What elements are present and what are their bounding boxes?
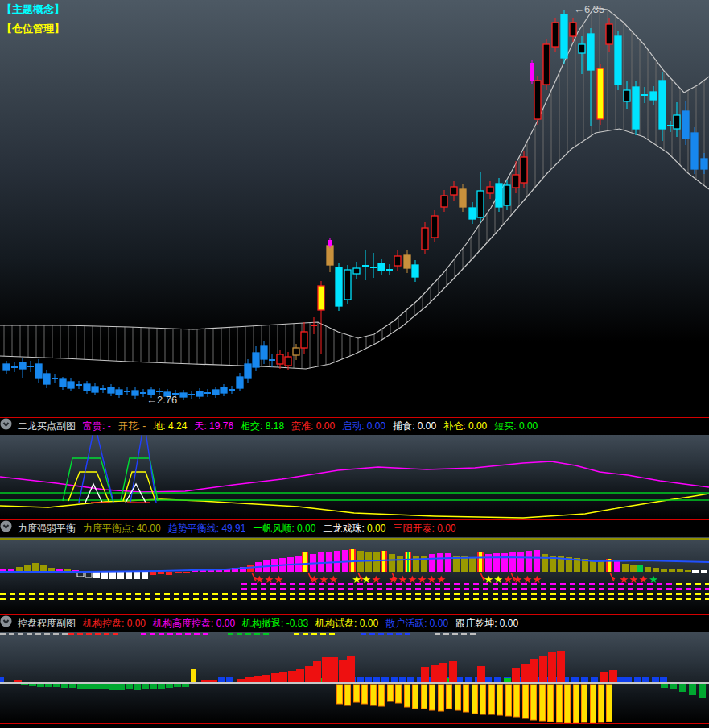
strength-bars-plot[interactable]: ★★★★★★★★★★★★★★★★★★★★★★★★★ (0, 537, 709, 614)
candlestick-plot[interactable]: ←6.35←2.76 (0, 0, 709, 417)
band-hatch (4, 9, 704, 369)
band-upper-line (0, 8, 709, 338)
indicator-field: 相交: 8.18 (241, 420, 284, 432)
indicator-field: 机构试盘: 0.00 (315, 618, 378, 629)
indicator-field: 机构控盘: 0.00 (83, 618, 146, 629)
indicator-values-row: 富贵: -开花: -地: 4.24天: 19.76相交: 8.18蛮准: 0.0… (83, 420, 545, 433)
indicator-field: 天: 19.76 (194, 420, 233, 432)
indicator-field: 机构撤退: -0.83 (242, 618, 308, 629)
indicator-field: 富贵: - (83, 420, 111, 432)
indicator-values-row: 机构控盘: 0.00机构高度控盘: 0.00机构撤退: -0.83机构试盘: 0… (83, 617, 526, 631)
control-degree-panel[interactable]: $ (0, 632, 709, 723)
collapse-chevron-icon[interactable] (2, 420, 14, 432)
bottom-border (0, 723, 709, 728)
indicator-field: 力度平衡点: 40.00 (83, 523, 161, 534)
panel-title: 控盘程度副图 (18, 617, 76, 631)
panel-divider-strength-balance[interactable]: 力度强弱平衡 力度平衡点: 40.00趋势平衡线: 49.91一帆风顺: 0.0… (0, 519, 709, 537)
indicator-values-row: 力度平衡点: 40.00趋势平衡线: 49.91一帆风顺: 0.00二龙戏珠: … (83, 522, 464, 536)
price-label: ←2.76 (146, 394, 177, 406)
yellow-signal-bar (191, 669, 196, 682)
indicator-field: 散户活跃: 0.00 (385, 618, 448, 629)
stock-app-window: 【主题概念】 【仓位管理】 ←6.35←2.76 二龙买点副图 富贵: -开花:… (0, 0, 709, 728)
indicator-field: 跟庄乾坤: 0.00 (455, 618, 518, 629)
collapse-chevron-icon[interactable] (2, 523, 14, 535)
price-label: ←6.35 (574, 3, 604, 15)
indicator-field: 一帆风顺: 0.00 (253, 523, 315, 534)
erlong-buypoint-panel[interactable] (0, 435, 709, 519)
indicator-field: 补仓: 0.00 (443, 420, 487, 432)
strength-balance-panel[interactable]: ★★★★★★★★★★★★★★★★★★★★★★★★★ (0, 537, 709, 614)
indicator-field: 短买: 0.00 (494, 420, 538, 432)
main-candlestick-chart[interactable]: 【主题概念】 【仓位管理】 ←6.35←2.76 (0, 0, 709, 417)
panel-divider-erlong-buypoint[interactable]: 二龙买点副图 富贵: -开花: -地: 4.24天: 19.76相交: 8.18… (0, 417, 709, 435)
top-color-ribbon (0, 633, 476, 635)
indicator-field: 开花: - (118, 420, 146, 432)
control-bars-plot[interactable]: $ (0, 632, 709, 723)
indicator-field: 三阳开泰: 0.00 (393, 523, 455, 534)
indicator-field: 启动: 0.00 (342, 420, 385, 432)
band-lower-line (0, 129, 709, 369)
indicator-field: 捕食: 0.00 (393, 420, 436, 432)
collapse-chevron-icon[interactable] (2, 618, 14, 630)
panel-title: 力度强弱平衡 (18, 522, 76, 536)
yellow-wave (0, 494, 709, 518)
indicator-field: 二龙戏珠: 0.00 (323, 523, 385, 534)
overlay-link-theme-concept[interactable]: 【主题概念】 (2, 2, 64, 17)
indicator-field: 蛮准: 0.00 (291, 420, 335, 432)
yellow-signal (68, 472, 109, 501)
indicator-field: 地: 4.24 (153, 420, 187, 432)
panel-divider-control-degree[interactable]: 控盘程度副图 机构控盘: 0.00机构高度控盘: 0.00机构撤退: -0.83… (0, 614, 709, 632)
panel-title: 二龙买点副图 (18, 420, 76, 433)
green-signal (63, 458, 113, 501)
indicator-field: 趋势平衡线: 49.91 (168, 523, 246, 534)
erlong-lines-plot[interactable] (0, 435, 709, 519)
overlay-link-position-mgmt[interactable]: 【仓位管理】 (2, 22, 64, 36)
control-bars (0, 651, 706, 723)
indicator-field: 机构高度控盘: 0.00 (153, 618, 235, 629)
yellow-signal-2 (123, 472, 155, 501)
